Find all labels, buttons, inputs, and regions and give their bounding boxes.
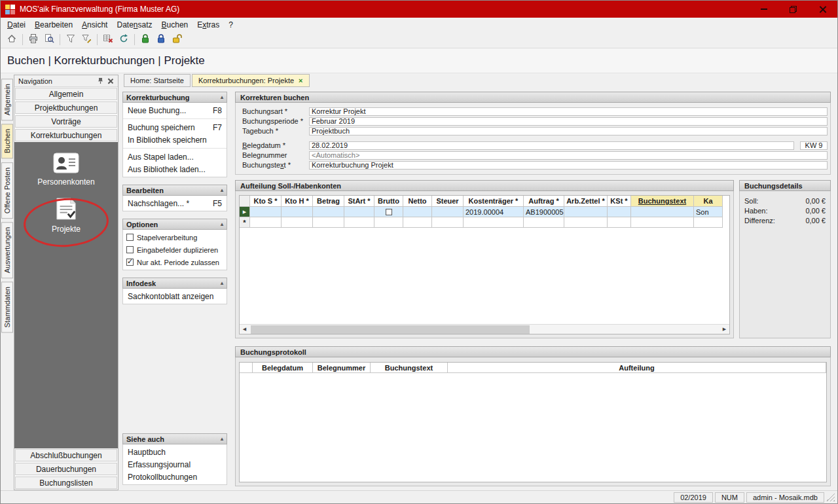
scroll-right-icon[interactable] [720,325,729,334]
lock-open-yellow-button[interactable] [169,33,185,47]
allocation-grid[interactable]: Kto S * Kto H * Betrag StArt * Brutto Ne… [239,195,730,334]
nav-item-projektbuchungen[interactable]: Projektbuchungen [15,101,117,114]
cell-brutto[interactable] [374,207,403,217]
option-stapelverarbeitung[interactable]: Stapelverarbeitung [123,231,227,243]
side-tab-buchen[interactable]: Buchen [1,124,13,158]
brutto-checkbox[interactable] [386,209,392,215]
scroll-left-icon[interactable] [240,325,249,334]
cell-kto-h[interactable] [282,207,313,217]
tab-korrekturbuchungen-projekte[interactable]: Korrekturbuchungen: Projekte [192,74,310,87]
belegdatum-input[interactable]: 28.02.2019 [309,141,794,150]
nav-item-korrekturbuchungen[interactable]: Korrekturbuchungen [15,129,117,141]
lock-green-button[interactable] [137,33,153,47]
cell-auftrag[interactable]: AB1900005 [524,207,564,217]
action-erfassungsjournal[interactable]: Erfassungsjournal [123,458,227,471]
menu-datensatz[interactable]: Datensatz [112,18,156,31]
cell-ka[interactable]: Son [694,207,723,217]
section-header-siehe-auch[interactable]: Siehe auch [122,433,227,444]
refresh-button[interactable] [116,33,132,47]
option-eingabefelder-duplizieren[interactable]: Eingabefelder duplizieren [123,243,227,256]
filter-button[interactable] [63,33,79,47]
col-netto[interactable]: Netto [403,196,432,207]
filter-edit-button[interactable] [79,33,94,47]
col-kto-s[interactable]: Kto S * [250,196,282,207]
action-aus-stapel-laden[interactable]: Aus Stapel laden... [123,151,227,163]
lock-blue-button[interactable] [153,33,169,47]
cell-buchungstext[interactable] [631,207,694,217]
col-aufteilung[interactable]: Aufteilung [448,363,826,373]
action-nachschlagen[interactable]: Nachschlagen... *F5 [123,197,227,209]
section-header-infodesk[interactable]: Infodesk [122,278,227,289]
col-steuer[interactable]: Steuer [432,196,464,207]
checkbox[interactable] [126,246,134,253]
side-tab-allgemein[interactable]: Allgemein [1,79,13,120]
side-tab-auswertungen[interactable]: Auswertungen [1,222,13,278]
col-betrag[interactable]: Betrag [313,196,344,207]
nav-item-abschlussbuchungen[interactable]: Abschlußbuchungen [15,449,117,461]
col-auftrag[interactable]: Auftrag * [524,196,564,207]
col-arb-zettel[interactable]: Arb.Zettel * [564,196,608,207]
buchungsperiode-input[interactable]: Februar 2019 [309,117,828,126]
cell-steuer[interactable] [432,207,464,217]
minimize-button[interactable] [749,1,778,18]
action-neue-buchung[interactable]: Neue Buchung...F8 [123,104,227,117]
col-ka[interactable]: Ka [694,196,723,207]
cell-betrag[interactable] [313,207,344,217]
nav-icon-personenkonten[interactable]: Personenkonten [37,153,94,187]
menu-ansicht[interactable]: Ansicht [77,18,112,31]
nav-item-buchungslisten[interactable]: Buchungslisten [15,477,117,489]
option-nur-akt-periode[interactable]: Nur akt. Periode zulassen [123,256,227,268]
col-kst[interactable]: KSt * [608,196,631,207]
tab-home-startseite[interactable]: Home: Startseite [124,74,191,87]
buchungsart-input[interactable]: Korrektur Projekt [309,107,828,116]
home-button[interactable] [4,33,20,47]
section-header-optionen[interactable]: Optionen [122,219,227,230]
checkbox[interactable] [126,259,134,266]
col-brutto[interactable]: Brutto [374,196,403,207]
col-belegdatum[interactable]: Belegdatum [253,363,313,373]
menu-datei[interactable]: Datei [3,18,30,31]
resize-grip[interactable] [826,493,835,501]
print-button[interactable] [26,33,41,47]
cell-kst[interactable] [608,207,631,217]
nav-item-vortraege[interactable]: Vorträge [15,115,117,128]
nav-item-allgemein[interactable]: Allgemein [15,88,117,100]
nav-item-dauerbuchungen[interactable]: Dauerbuchungen [15,463,117,475]
col-buchungstext[interactable]: Buchungstext [371,363,448,373]
cell-netto[interactable] [403,207,432,217]
section-header-korrekturbuchung[interactable]: Korrekturbuchung [122,92,227,103]
belegnummer-input[interactable]: <Automatisch> [309,151,828,160]
action-aus-bibliothek-laden[interactable]: Aus Bibliothek laden... [123,163,227,175]
cell-arb-zettel[interactable] [564,207,608,217]
action-sachkontoblatt[interactable]: Sachkontoblatt anzeigen [123,290,227,302]
col-kto-h[interactable]: Kto H * [282,196,313,207]
maximize-button[interactable] [778,1,808,18]
scrollbar-thumb[interactable] [251,325,530,334]
cell-start[interactable] [344,207,374,217]
horizontal-scrollbar[interactable] [240,324,729,334]
action-buchung-speichern[interactable]: Buchung speichernF7 [123,121,227,134]
action-in-bibliothek-speichern[interactable]: In Bibliothek speichern [123,134,227,146]
action-protokollbuchungen[interactable]: Protokollbuchungen [123,471,227,483]
col-buchungstext[interactable]: Buchungstext [631,196,694,207]
section-header-bearbeiten[interactable]: Bearbeiten [122,185,227,196]
menu-extras[interactable]: Extras [192,18,224,31]
grid-row-current[interactable]: ▶ 2019.00004 [240,207,724,217]
menu-buchen[interactable]: Buchen [157,18,193,31]
delete-table-button[interactable] [100,33,116,47]
nav-icon-projekte[interactable]: Projekte [52,197,81,234]
print-preview-button[interactable] [41,33,57,47]
protocol-table[interactable]: Belegdatum Belegnummer Buchungstext Auft… [239,362,827,482]
buchungstext-input[interactable]: Korrekturbuchung Projekt [309,161,828,170]
close-button[interactable] [808,1,837,18]
cell-kto-s[interactable] [250,207,282,217]
navigation-close-button[interactable] [105,76,115,86]
pin-button[interactable] [96,76,105,86]
tagebuch-input[interactable]: Projektbuch [309,127,828,135]
col-kostentraeger[interactable]: Kostenträger * [464,196,524,207]
tab-close-icon[interactable] [299,77,302,84]
col-belegnummer[interactable]: Belegnummer [313,363,371,373]
checkbox[interactable] [126,234,134,241]
side-tab-stammdaten[interactable]: Stammdaten [1,281,13,333]
action-hauptbuch[interactable]: Hauptbuch [123,446,227,458]
